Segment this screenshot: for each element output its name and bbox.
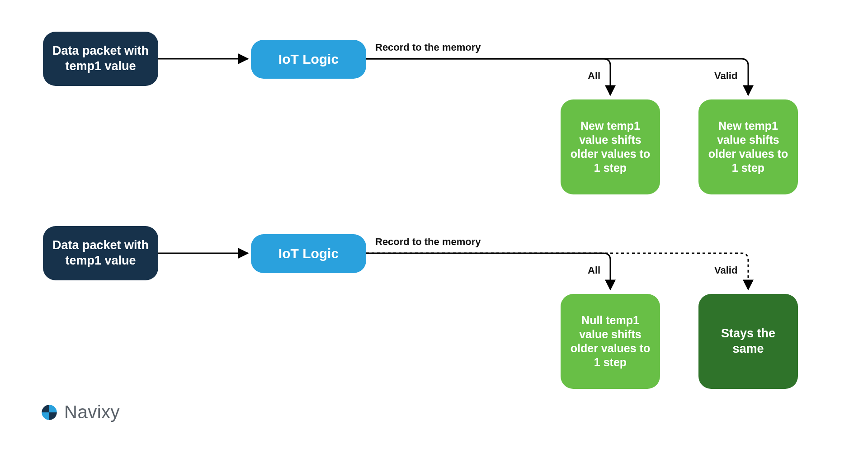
flow1-branchA-result: New temp1 value shifts older values to 1… [561, 99, 660, 194]
flow2-branchA-result: Null temp1 value shifts older values to … [561, 294, 660, 389]
flow1-source: Data packet with temp1 value [43, 32, 158, 86]
flow2-edge-label: Record to the memory [375, 236, 481, 248]
flow2-branchB-label: Valid [714, 265, 737, 276]
flow1-branchB-result: New temp1 value shifts older values to 1… [698, 99, 798, 194]
flow2-process: IoT Logic [251, 234, 366, 273]
flow2-branchA-label: All [588, 265, 600, 276]
flow2-branchB-result: Stays the same [698, 294, 798, 389]
brand-name: Navixy [64, 402, 120, 422]
flow2-source: Data packet with temp1 value [43, 226, 158, 280]
flow1-edge-label: Record to the memory [375, 42, 481, 53]
navixy-icon [41, 404, 58, 421]
flow1-branchB-label: Valid [714, 70, 737, 82]
flow1-process: IoT Logic [251, 40, 366, 79]
brand-logo: Navixy [41, 402, 120, 422]
flow1-branchA-label: All [588, 70, 600, 82]
